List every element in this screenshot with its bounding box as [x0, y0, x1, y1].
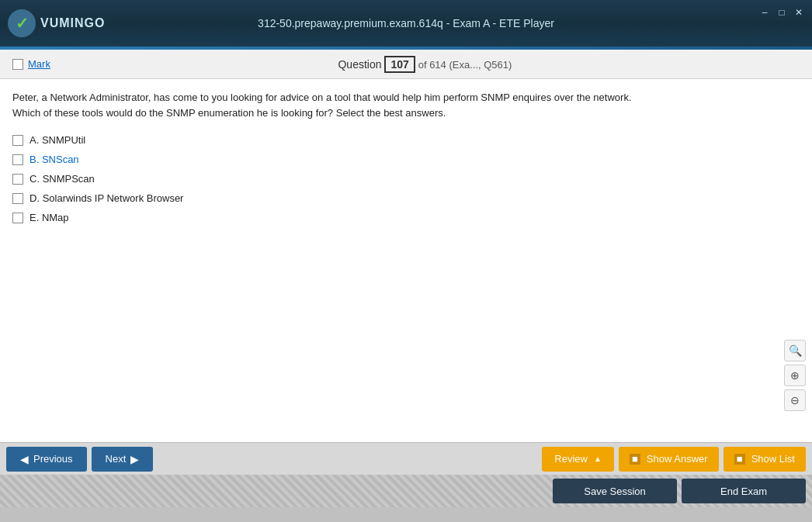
question-number-area: Question 107 of 614 (Exa..., Q561) — [50, 56, 800, 73]
zoom-controls: 🔍 ⊕ ⊖ — [784, 340, 806, 411]
option-a: A. SNMPUtil — [12, 134, 800, 146]
option-a-label: A. SNMPUtil — [29, 134, 85, 146]
maximize-button[interactable]: □ — [775, 6, 789, 19]
review-dropdown-icon: ▲ — [594, 455, 602, 463]
logo-check: ✓ — [16, 14, 29, 33]
question-line1: Peter, a Network Administrator, has come… — [12, 92, 632, 103]
previous-arrow-icon: ◀ — [20, 453, 29, 465]
show-answer-label: Show Answer — [647, 453, 708, 465]
option-b-label: B. SNScan — [29, 154, 79, 165]
option-a-checkbox[interactable] — [12, 135, 23, 146]
window-controls[interactable]: – □ ✕ — [758, 6, 806, 19]
review-button[interactable]: Review ▲ — [542, 447, 614, 472]
question-header: Mark Question 107 of 614 (Exa..., Q561) — [0, 50, 812, 79]
next-label: Next — [106, 453, 127, 465]
search-zoom-button[interactable]: 🔍 — [784, 340, 806, 361]
logo-area: ✓ VUMINGO — [8, 9, 105, 37]
question-number-box: 107 — [384, 56, 415, 73]
option-b: B. SNScan — [12, 154, 800, 165]
option-e-label: E. NMap — [29, 212, 69, 223]
next-button[interactable]: Next ▶ — [92, 447, 154, 472]
zoom-in-button[interactable]: ⊕ — [784, 365, 806, 386]
action-bar: Save Session End Exam — [0, 475, 812, 507]
question-of-text: of 614 (Exa..., Q561) — [418, 59, 512, 71]
title-bar: ✓ VUMINGO 312-50.prepaway.premium.exam.6… — [0, 0, 812, 47]
logo-text: VUMINGO — [40, 16, 105, 30]
option-c-checkbox[interactable] — [12, 174, 23, 185]
show-list-label: Show List — [751, 453, 795, 465]
show-list-icon: ■ — [734, 454, 745, 465]
option-c-label: C. SNMPScan — [29, 173, 95, 185]
question-label: Question — [338, 58, 381, 71]
option-e-checkbox[interactable] — [12, 213, 23, 223]
review-label: Review — [554, 453, 588, 465]
mark-area: Mark — [12, 58, 50, 70]
option-e: E. NMap — [12, 212, 800, 223]
logo-icon: ✓ — [8, 9, 36, 37]
window-title: 312-50.prepaway.premium.exam.614q - Exam… — [258, 17, 554, 29]
option-d-label: D. Solarwinds IP Network Browser — [29, 192, 183, 204]
total-questions: 614 — [429, 59, 446, 71]
show-answer-button[interactable]: ■ Show Answer — [619, 447, 719, 472]
mark-label[interactable]: Mark — [28, 58, 50, 70]
option-d: D. Solarwinds IP Network Browser — [12, 192, 800, 204]
zoom-out-button[interactable]: ⊖ — [784, 389, 806, 411]
option-c: C. SNMPScan — [12, 173, 800, 185]
show-answer-icon: ■ — [630, 454, 640, 465]
question-text: Peter, a Network Administrator, has come… — [12, 90, 800, 120]
next-arrow-icon: ▶ — [130, 453, 139, 465]
option-d-checkbox[interactable] — [12, 193, 23, 204]
end-exam-button[interactable]: End Exam — [682, 479, 806, 503]
main-content: Peter, a Network Administrator, has come… — [0, 79, 812, 442]
exam-code: (Exa..., Q561) — [449, 59, 512, 71]
option-b-checkbox[interactable] — [12, 154, 23, 165]
show-list-button[interactable]: ■ Show List — [724, 447, 806, 472]
close-button[interactable]: ✕ — [792, 6, 806, 19]
question-line2: Which of these tools would do the SNMP e… — [12, 107, 446, 119]
bottom-nav-bar: ◀ Previous Next ▶ Review ▲ ■ Show Answer… — [0, 442, 812, 475]
minimize-button[interactable]: – — [758, 6, 772, 19]
previous-button[interactable]: ◀ Previous — [6, 447, 87, 472]
save-session-button[interactable]: Save Session — [553, 479, 677, 503]
previous-label: Previous — [33, 453, 73, 465]
mark-checkbox[interactable] — [12, 59, 23, 70]
